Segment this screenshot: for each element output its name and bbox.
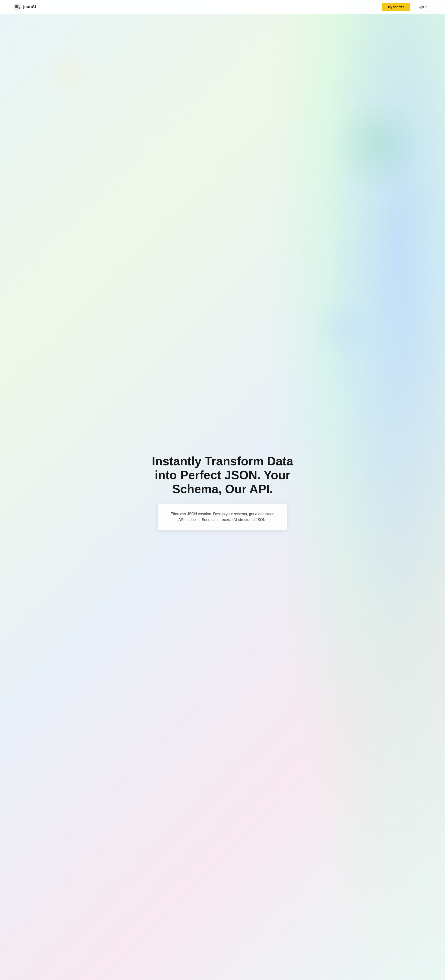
svg-rect-3	[15, 8, 18, 8]
hero-card-text: Effortless JSON creation. Design your sc…	[169, 511, 276, 523]
nav-signin-button[interactable]: Sign in	[414, 3, 431, 11]
orb-3	[44, 49, 91, 95]
svg-rect-4	[19, 8, 20, 9]
hero-card: Effortless JSON creation. Design your sc…	[158, 504, 287, 530]
navbar: jsonAI Try for free Sign in	[0, 0, 445, 14]
orb-2	[309, 294, 378, 364]
svg-rect-1	[15, 5, 19, 6]
logo-text: jsonAI	[23, 5, 36, 9]
hero-section: Instantly Transform Data into Perfect JS…	[0, 0, 445, 980]
logo: jsonAI	[14, 3, 36, 11]
nav-try-free-button[interactable]: Try for free	[382, 3, 410, 11]
svg-rect-0	[14, 3, 21, 11]
orb-1	[330, 98, 423, 191]
nav-actions: Try for free Sign in	[382, 3, 431, 11]
svg-rect-2	[15, 6, 17, 7]
logo-icon	[14, 3, 21, 11]
hero-title: Instantly Transform Data into Perfect JS…	[141, 454, 304, 496]
